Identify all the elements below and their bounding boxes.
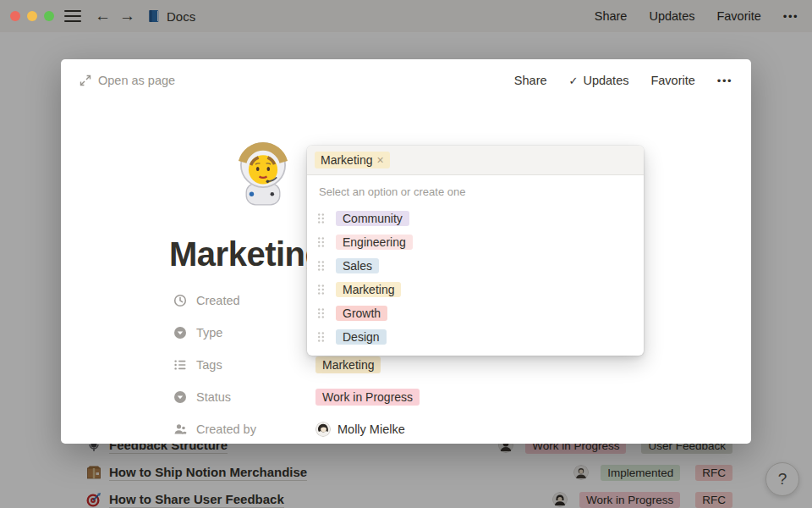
- page-title[interactable]: Marketing: [169, 235, 325, 273]
- modal-favorite-button[interactable]: Favorite: [650, 74, 694, 87]
- close-window-button[interactable]: [10, 11, 20, 21]
- minimize-window-button[interactable]: [27, 11, 37, 21]
- selected-tag-chip: Marketing ×: [315, 152, 390, 168]
- remove-tag-icon[interactable]: ×: [376, 154, 383, 166]
- created-by-name: Molly Mielke: [337, 422, 405, 436]
- drag-handle-icon[interactable]: [317, 331, 325, 343]
- option-pill: Sales: [336, 258, 379, 273]
- drag-handle-icon[interactable]: [317, 284, 325, 295]
- option-design[interactable]: Design: [307, 325, 644, 349]
- option-engineering[interactable]: Engineering: [307, 230, 644, 254]
- check-icon: ✓: [569, 75, 579, 87]
- option-pill: Design: [336, 329, 387, 345]
- property-label: Created: [196, 294, 240, 307]
- list-icon: [173, 358, 187, 372]
- option-growth[interactable]: Growth: [307, 301, 644, 325]
- clock-icon: [173, 294, 187, 307]
- page-preview-modal: Open as page Share ✓ Updates Favorite ••…: [61, 59, 751, 444]
- select-icon: [173, 390, 187, 404]
- woman-astronaut-emoji[interactable]: [233, 139, 294, 207]
- drag-handle-icon[interactable]: [317, 260, 325, 272]
- property-label: Type: [196, 326, 222, 340]
- property-label: Status: [196, 390, 231, 404]
- window-controls: [10, 11, 54, 21]
- open-as-page-button[interactable]: Open as page: [80, 74, 175, 87]
- open-as-page-label: Open as page: [98, 74, 175, 87]
- modal-updates-button[interactable]: ✓ Updates: [569, 74, 629, 87]
- dropdown-hint: Select an option or create one: [307, 175, 644, 202]
- drag-handle-icon[interactable]: [317, 307, 325, 319]
- drag-handle-icon[interactable]: [317, 236, 325, 248]
- property-value[interactable]: Molly Mielke: [315, 422, 405, 437]
- option-marketing[interactable]: Marketing: [307, 278, 644, 301]
- property-row-created-by[interactable]: Created by Molly Mielke: [173, 413, 647, 445]
- zoom-window-button[interactable]: [44, 11, 54, 21]
- selected-tag-label: Marketing: [321, 153, 372, 167]
- option-community[interactable]: Community: [307, 207, 644, 230]
- property-label: Created by: [196, 422, 256, 436]
- created-by-user: Molly Mielke: [315, 422, 405, 437]
- tag-input[interactable]: Marketing ×: [307, 146, 644, 175]
- option-sales[interactable]: Sales: [307, 254, 644, 278]
- status-value-pill: Work in Progress: [315, 389, 420, 406]
- molly-avatar: [315, 422, 331, 437]
- option-pill: Engineering: [336, 235, 413, 250]
- drag-handle-icon[interactable]: [317, 213, 325, 224]
- select-icon: [173, 326, 187, 340]
- property-value[interactable]: Work in Progress: [315, 389, 420, 406]
- option-pill: Marketing: [336, 282, 401, 297]
- modal-more-button[interactable]: •••: [717, 75, 732, 87]
- property-label: Tags: [196, 358, 222, 372]
- dropdown-options: Community Engineering Sales Marketing Gr…: [307, 202, 644, 356]
- tags-value-pill: Marketing: [315, 356, 381, 373]
- tag-select-dropdown: Marketing × Select an option or create o…: [307, 146, 644, 356]
- modal-header: Open as page Share ✓ Updates Favorite ••…: [61, 59, 751, 102]
- property-row-status[interactable]: Status Work in Progress: [173, 381, 647, 413]
- expand-diagonal-icon: [80, 75, 91, 86]
- modal-share-button[interactable]: Share: [514, 74, 547, 87]
- option-pill: Community: [336, 211, 409, 226]
- property-value[interactable]: Marketing: [315, 356, 381, 373]
- option-pill: Growth: [336, 306, 387, 321]
- person-icon: [173, 422, 187, 436]
